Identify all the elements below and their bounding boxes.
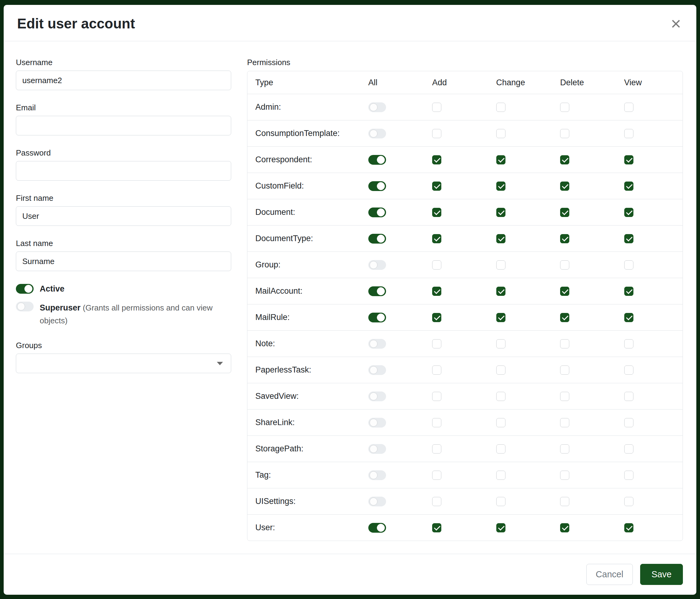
perm-change-checkbox[interactable]	[496, 234, 505, 243]
perm-add-checkbox[interactable]	[432, 155, 441, 164]
email-input[interactable]	[16, 116, 231, 136]
perm-change-checkbox[interactable]	[496, 129, 505, 138]
perm-view-checkbox[interactable]	[624, 155, 633, 164]
perm-delete-checkbox[interactable]	[560, 155, 569, 164]
perm-change-checkbox[interactable]	[496, 103, 505, 112]
perm-change-checkbox[interactable]	[496, 418, 505, 427]
perm-all-toggle[interactable]	[368, 155, 386, 165]
active-toggle[interactable]	[16, 284, 33, 294]
cancel-button[interactable]: Cancel	[586, 564, 633, 585]
perm-delete-checkbox[interactable]	[560, 313, 569, 322]
superuser-toggle[interactable]	[16, 302, 33, 311]
perm-all-toggle[interactable]	[368, 181, 386, 191]
perm-all-toggle[interactable]	[368, 365, 386, 375]
perm-view-checkbox[interactable]	[624, 313, 633, 322]
last-name-input[interactable]	[16, 251, 231, 271]
perm-add-checkbox[interactable]	[432, 497, 441, 506]
perm-change-checkbox[interactable]	[496, 497, 505, 506]
perm-add-checkbox[interactable]	[432, 103, 441, 112]
perm-add-checkbox[interactable]	[432, 392, 441, 401]
username-input[interactable]	[16, 71, 231, 90]
perm-change-checkbox[interactable]	[496, 313, 505, 322]
perm-change-checkbox[interactable]	[496, 208, 505, 217]
close-icon[interactable]: ×	[669, 15, 683, 32]
perm-change-checkbox[interactable]	[496, 523, 505, 532]
perm-delete-checkbox[interactable]	[560, 365, 569, 375]
perm-change-checkbox[interactable]	[496, 445, 505, 454]
perm-delete-checkbox[interactable]	[560, 208, 569, 217]
perm-view-checkbox[interactable]	[624, 392, 633, 401]
perm-add-checkbox[interactable]	[432, 418, 441, 427]
perm-add-checkbox[interactable]	[432, 208, 441, 217]
perm-change-checkbox[interactable]	[496, 339, 505, 349]
perm-change-checkbox[interactable]	[496, 365, 505, 375]
perm-all-toggle[interactable]	[368, 102, 386, 112]
perm-view-checkbox[interactable]	[624, 445, 633, 454]
active-toggle-row: Active	[16, 284, 231, 294]
permission-row: StoragePath:	[247, 436, 682, 462]
perm-add-checkbox[interactable]	[432, 287, 441, 296]
perm-delete-checkbox[interactable]	[560, 182, 569, 191]
perm-add-checkbox[interactable]	[432, 129, 441, 138]
perm-add-checkbox[interactable]	[432, 182, 441, 191]
perm-add-checkbox[interactable]	[432, 339, 441, 349]
perm-delete-checkbox[interactable]	[560, 418, 569, 427]
perm-all-toggle[interactable]	[368, 339, 386, 349]
perm-add-checkbox[interactable]	[432, 365, 441, 375]
perm-all-toggle[interactable]	[368, 129, 386, 139]
perm-view-checkbox[interactable]	[624, 129, 633, 138]
perm-view-checkbox[interactable]	[624, 182, 633, 191]
perm-delete-checkbox[interactable]	[560, 103, 569, 112]
perm-all-toggle[interactable]	[368, 260, 386, 270]
perm-all-toggle[interactable]	[368, 470, 386, 480]
perm-view-checkbox[interactable]	[624, 339, 633, 349]
perm-change-checkbox[interactable]	[496, 471, 505, 480]
perm-all-toggle[interactable]	[368, 234, 386, 244]
perm-delete-checkbox[interactable]	[560, 392, 569, 401]
perm-change-checkbox[interactable]	[496, 392, 505, 401]
save-button[interactable]: Save	[640, 564, 683, 585]
perm-add-checkbox[interactable]	[432, 523, 441, 532]
perm-add-checkbox[interactable]	[432, 313, 441, 322]
perm-add-checkbox[interactable]	[432, 260, 441, 269]
perm-delete-checkbox[interactable]	[560, 471, 569, 480]
perm-all-toggle[interactable]	[368, 286, 386, 296]
groups-select[interactable]	[16, 354, 231, 373]
perm-view-checkbox[interactable]	[624, 523, 633, 532]
password-input[interactable]	[16, 161, 231, 181]
perm-view-checkbox[interactable]	[624, 418, 633, 427]
permission-change-cell	[491, 462, 555, 488]
perm-view-checkbox[interactable]	[624, 287, 633, 296]
perm-view-checkbox[interactable]	[624, 497, 633, 506]
perm-all-toggle[interactable]	[368, 391, 386, 401]
perm-delete-checkbox[interactable]	[560, 287, 569, 296]
first-name-input[interactable]	[16, 206, 231, 226]
perm-all-toggle[interactable]	[368, 497, 386, 506]
perm-view-checkbox[interactable]	[624, 471, 633, 480]
perm-delete-checkbox[interactable]	[560, 129, 569, 138]
perm-delete-checkbox[interactable]	[560, 497, 569, 506]
permission-add-cell	[427, 514, 491, 541]
perm-change-checkbox[interactable]	[496, 260, 505, 269]
perm-delete-checkbox[interactable]	[560, 523, 569, 532]
perm-delete-checkbox[interactable]	[560, 260, 569, 269]
perm-view-checkbox[interactable]	[624, 260, 633, 269]
perm-delete-checkbox[interactable]	[560, 445, 569, 454]
perm-change-checkbox[interactable]	[496, 182, 505, 191]
perm-delete-checkbox[interactable]	[560, 234, 569, 243]
perm-all-toggle[interactable]	[368, 208, 386, 217]
perm-all-toggle[interactable]	[368, 444, 386, 454]
perm-change-checkbox[interactable]	[496, 287, 505, 296]
perm-all-toggle[interactable]	[368, 418, 386, 428]
perm-all-toggle[interactable]	[368, 313, 386, 322]
perm-add-checkbox[interactable]	[432, 471, 441, 480]
perm-delete-checkbox[interactable]	[560, 339, 569, 349]
perm-add-checkbox[interactable]	[432, 445, 441, 454]
perm-view-checkbox[interactable]	[624, 208, 633, 217]
perm-view-checkbox[interactable]	[624, 234, 633, 243]
perm-add-checkbox[interactable]	[432, 234, 441, 243]
perm-view-checkbox[interactable]	[624, 103, 633, 112]
perm-change-checkbox[interactable]	[496, 155, 505, 164]
perm-all-toggle[interactable]	[368, 523, 386, 533]
perm-view-checkbox[interactable]	[624, 365, 633, 375]
